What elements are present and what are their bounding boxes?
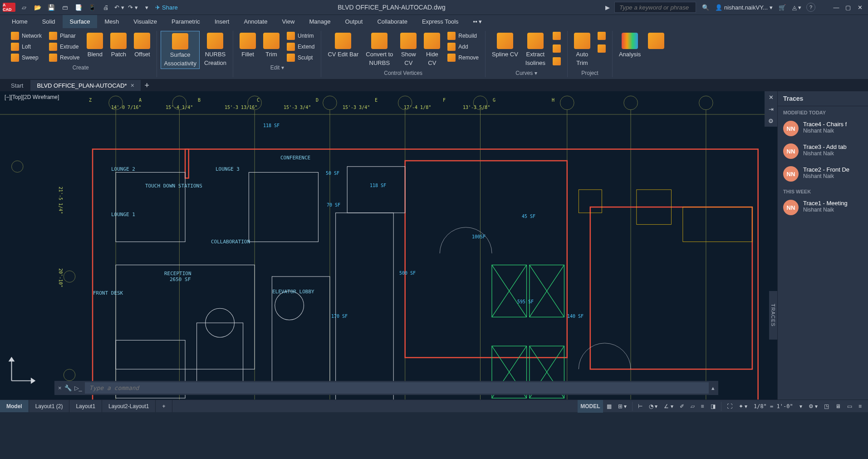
print-icon[interactable]: 🖨 <box>101 2 111 12</box>
group-label[interactable]: Edit ▾ <box>270 64 284 72</box>
group-label[interactable]: Curves ▾ <box>515 70 537 77</box>
analysis2-button[interactable] <box>645 31 667 51</box>
proj-b-button[interactable] <box>595 44 608 54</box>
close-button[interactable]: ✕ <box>854 3 865 12</box>
menu-mesh[interactable]: Mesh <box>97 15 126 28</box>
cmd-arrow-icon[interactable]: ▴ <box>711 385 715 391</box>
extend-button[interactable]: Extend <box>284 42 317 52</box>
loft-button[interactable]: Loft <box>8 42 44 52</box>
redo-icon[interactable]: ↷ ▾ <box>128 2 138 12</box>
app-switcher-icon[interactable]: ◬ ▾ <box>792 2 802 12</box>
gizmo-icon[interactable]: ✦ ▾ <box>736 400 750 413</box>
menu-annotate[interactable]: Annotate <box>236 15 275 28</box>
osnap-icon[interactable]: ✐ <box>677 400 687 413</box>
help-icon[interactable]: ? <box>806 3 815 12</box>
patch-button[interactable]: Patch <box>108 31 129 59</box>
settings-icon[interactable]: ⚙ ▾ <box>806 400 820 413</box>
iso-icon[interactable]: ∠ ▾ <box>661 400 676 413</box>
isolate-icon[interactable]: ◳ <box>821 400 832 413</box>
maximize-button[interactable]: ▢ <box>843 3 853 12</box>
trace-item[interactable]: NNTrace2 - Front DeNishant Naik <box>778 163 868 185</box>
new-icon[interactable]: ▱ <box>19 2 29 12</box>
mobile-icon[interactable]: 📱 <box>87 2 97 12</box>
add-tab-button[interactable]: + <box>142 81 152 90</box>
extrude-button[interactable]: Extrude <box>46 42 82 52</box>
add-layout-button[interactable]: + <box>156 400 172 412</box>
remove-button[interactable]: Remove <box>445 53 481 63</box>
polar-icon[interactable]: ◔ ▾ <box>646 400 660 413</box>
otrack-icon[interactable]: ▱ <box>688 400 697 413</box>
grid-icon[interactable]: ▦ <box>604 400 614 413</box>
menu-insert[interactable]: Insert <box>207 15 237 28</box>
search-input[interactable] <box>614 2 696 13</box>
wrench-icon[interactable]: 🔧 <box>64 385 72 391</box>
view-label[interactable]: [−][Top][2D Wireframe] <box>5 94 59 100</box>
rebuild-button[interactable]: Rebuild <box>445 31 481 41</box>
sculpt-button[interactable]: Sculpt <box>284 53 317 63</box>
cart-icon[interactable]: 🛒 <box>777 2 787 12</box>
start-tab[interactable]: Start <box>5 80 29 91</box>
scale-display[interactable]: 1/8" = 1'-0" <box>751 400 796 413</box>
layout-tab[interactable]: Model <box>0 400 29 412</box>
search-icon[interactable]: 🔍 <box>701 2 711 12</box>
panel-close-icon[interactable]: ✕ <box>765 91 777 103</box>
menu-output[interactable]: Output <box>338 15 370 28</box>
ortho-icon[interactable]: ⊢ <box>635 400 645 413</box>
menu-manage[interactable]: Manage <box>302 15 338 28</box>
transparency-icon[interactable]: ◨ <box>708 400 718 413</box>
untrim-button[interactable]: Untrim <box>284 31 317 41</box>
hardware-icon[interactable]: 🖥 <box>833 400 843 413</box>
analysis-button[interactable]: Analysis <box>616 31 643 59</box>
command-input[interactable] <box>85 382 709 394</box>
customize-icon[interactable]: ≡ <box>856 400 864 413</box>
app-logo[interactable]: A CAD <box>3 3 15 12</box>
add-button[interactable]: Add <box>445 42 481 52</box>
menu-collaborate[interactable]: Collaborate <box>370 15 415 28</box>
curve-b-button[interactable] <box>550 44 564 54</box>
layout-tab[interactable]: Layout1 (2) <box>29 400 70 412</box>
cv-editbar-button[interactable]: CV Edit Bar <box>325 31 361 59</box>
trim-button[interactable]: Trim <box>260 31 282 59</box>
trace-item[interactable]: NNTrace1 - MeetingNishant Naik <box>778 196 868 219</box>
saveall-icon[interactable]: 🗃 <box>60 2 70 12</box>
menu-surface[interactable]: Surface <box>63 15 98 28</box>
share-button[interactable]: ✈Share <box>155 4 178 11</box>
saveas-icon[interactable]: 📑 <box>74 2 83 12</box>
proj-a-button[interactable] <box>595 31 608 41</box>
minimize-button[interactable]: — <box>831 3 842 12</box>
play-icon[interactable]: ▶ <box>605 4 610 11</box>
clean-icon[interactable]: ▭ <box>844 400 855 413</box>
undo-icon[interactable]: ↶ ▾ <box>114 2 124 12</box>
menu-express tools[interactable]: Express Tools <box>415 15 466 28</box>
layout-tab[interactable]: Layout1 <box>69 400 102 412</box>
user-button[interactable]: 👤 nishant.naikVY... ▾ <box>715 4 773 11</box>
layout-tab[interactable]: Layout2-Layout1 <box>102 400 156 412</box>
trace-item[interactable]: NNTrace4 - Chairs fNishant Naik <box>778 117 868 140</box>
panel-dock-icon[interactable]: ⇥ <box>765 103 777 115</box>
sweep-button[interactable]: Sweep <box>8 53 44 63</box>
panel-settings-icon[interactable]: ⚙ <box>765 115 777 127</box>
menu-apps[interactable]: ▪▪ ▾ <box>466 15 490 28</box>
auto-trim-button[interactable]: AutoTrim <box>571 31 593 68</box>
hide-cv-button[interactable]: HideCV <box>421 31 443 68</box>
lineweight-icon[interactable]: ≡ <box>698 400 707 413</box>
show-cv-button[interactable]: ShowCV <box>397 31 419 68</box>
nurbs-creation-button[interactable]: NURBSCreation <box>201 31 229 68</box>
qat-dropdown-icon[interactable]: ▾ <box>142 2 152 12</box>
traces-tab[interactable]: TRACES <box>769 291 777 340</box>
curve-a-button[interactable] <box>550 31 564 41</box>
save-icon[interactable]: 💾 <box>46 2 56 12</box>
extract-iso-button[interactable]: ExtractIsolines <box>523 31 548 68</box>
convert-nurbs-button[interactable]: Convert toNURBS <box>363 31 396 68</box>
open-icon[interactable]: 📂 <box>33 2 43 12</box>
menu-visualize[interactable]: Visualize <box>126 15 164 28</box>
fillet-button[interactable]: Fillet <box>237 31 259 59</box>
planar-button[interactable]: Planar <box>46 31 82 41</box>
menu-view[interactable]: View <box>275 15 302 28</box>
curve-c-button[interactable] <box>550 56 564 66</box>
snap-icon[interactable]: ⊞ ▾ <box>615 400 629 413</box>
spline-cv-button[interactable]: Spline CV <box>489 31 521 59</box>
active-doc-tab[interactable]: BLVD OFFICE_PLAN-AUTOCAD* × <box>30 80 140 91</box>
close-tab-icon[interactable]: × <box>131 82 134 89</box>
surface-assoc-button[interactable]: SurfaceAssociativity <box>161 31 200 69</box>
